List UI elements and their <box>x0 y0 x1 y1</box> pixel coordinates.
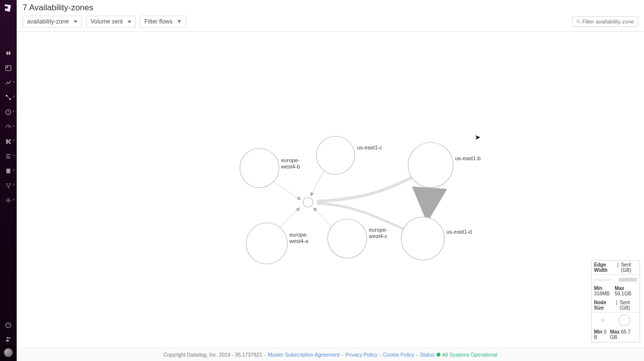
footer-link-privacy[interactable]: Privacy Policy <box>345 352 377 358</box>
group-by-label: availability-zone <box>27 18 69 25</box>
nav-item-book-icon[interactable] <box>3 167 14 175</box>
legend-edge-title: Edge Width | Sent (GB) <box>592 261 640 275</box>
svg-point-15 <box>7 199 9 201</box>
nav-item-flow-icon[interactable] <box>3 181 14 190</box>
node-label: us-east1-d <box>446 229 472 235</box>
user-avatar[interactable] <box>4 348 13 357</box>
brand-logo[interactable] <box>2 2 15 15</box>
help-icon[interactable]: ? <box>3 321 14 330</box>
svg-point-19 <box>9 337 10 339</box>
footer-copyright: Copyright Datadog, Inc. 2019 - 35.173782… <box>163 352 262 358</box>
node-max-sample <box>618 314 630 326</box>
main-area: 7 Availability-zones availability-zone V… <box>17 0 644 361</box>
svg-line-4 <box>7 96 10 99</box>
metric-dropdown[interactable]: Volume sent <box>86 16 136 27</box>
svg-line-26 <box>428 186 430 214</box>
node-hub[interactable] <box>303 197 313 207</box>
nav-item-logs-icon[interactable] <box>3 152 14 161</box>
cursor-icon: ➤ <box>475 133 481 141</box>
footer-status-text[interactable]: All Systems Operational <box>442 352 497 358</box>
footer-link-status[interactable]: Status <box>420 352 435 358</box>
toolbar: availability-zone Volume sent Filter flo… <box>17 14 644 32</box>
svg-line-21 <box>579 22 581 24</box>
node-europe-west4-b[interactable] <box>240 148 279 188</box>
footer-link-cookie[interactable]: Cookie Policy <box>383 352 414 358</box>
svg-point-13 <box>9 183 10 184</box>
svg-line-23 <box>311 167 326 195</box>
node-us-east1-d[interactable] <box>401 217 444 260</box>
nav-item-network-icon[interactable] <box>3 93 14 102</box>
search-input[interactable] <box>581 18 635 25</box>
network-map-canvas[interactable]: europe-west4-b us-east1-c us-east1-b eur… <box>17 32 644 361</box>
svg-point-20 <box>577 20 579 22</box>
svg-line-8 <box>8 126 9 127</box>
svg-text:?: ? <box>7 323 9 327</box>
filter-label: Filter flows <box>144 18 172 25</box>
svg-rect-0 <box>6 66 11 71</box>
node-label: europe-west4-c <box>369 227 403 240</box>
edge-min-sample <box>594 280 611 280</box>
nav-item-puzzle-icon[interactable] <box>3 137 14 146</box>
node-label: europe-west4-b <box>281 157 315 170</box>
chevron-down-icon <box>128 21 131 23</box>
chevron-down-icon <box>74 21 77 23</box>
page-title: 7 Availability-zones <box>17 0 644 14</box>
footer-link-msa[interactable]: Master Subscription Agreement <box>268 352 340 358</box>
node-min-sample <box>601 319 604 322</box>
node-europe-west4-a[interactable] <box>246 223 287 264</box>
group-by-dropdown[interactable]: availability-zone <box>23 16 82 27</box>
search-box[interactable] <box>572 16 638 27</box>
nav-item-dashboard-icon[interactable] <box>3 64 14 72</box>
nav-item-gauge-icon[interactable] <box>3 122 14 131</box>
node-us-east1-b[interactable] <box>408 143 453 188</box>
nav-item-chart-icon[interactable] <box>3 78 14 87</box>
svg-point-7 <box>8 113 8 114</box>
node-label: us-east1-b <box>455 155 481 162</box>
legend-node-title: Node Size | Sent (GB) <box>592 298 640 313</box>
filter-icon <box>177 19 182 24</box>
svg-point-12 <box>6 183 7 184</box>
svg-point-14 <box>8 187 9 188</box>
legend-panel: Edge Width | Sent (GB) Min 318MB Max 59.… <box>591 260 640 342</box>
status-dot-icon <box>437 353 440 357</box>
footer: Copyright Datadog, Inc. 2019 - 35.173782… <box>17 347 644 361</box>
node-label: us-east1-c <box>357 144 382 151</box>
nav-item-binoculars-icon[interactable] <box>3 49 14 58</box>
node-label: europe-west4-a <box>289 232 324 244</box>
svg-point-18 <box>7 337 9 339</box>
metric-label: Volume sent <box>90 18 123 25</box>
edge-max-sample <box>618 278 637 282</box>
search-icon <box>576 19 581 24</box>
team-icon[interactable] <box>3 335 14 343</box>
nav-item-alert-icon[interactable] <box>3 108 14 117</box>
left-nav-sidebar: ? <box>0 0 17 361</box>
svg-rect-1 <box>7 67 8 68</box>
nav-item-gear-icon[interactable] <box>3 196 14 205</box>
node-us-east1-c[interactable] <box>316 136 355 174</box>
filter-flows-button[interactable]: Filter flows <box>140 16 186 27</box>
node-europe-west4-c[interactable] <box>328 219 367 258</box>
